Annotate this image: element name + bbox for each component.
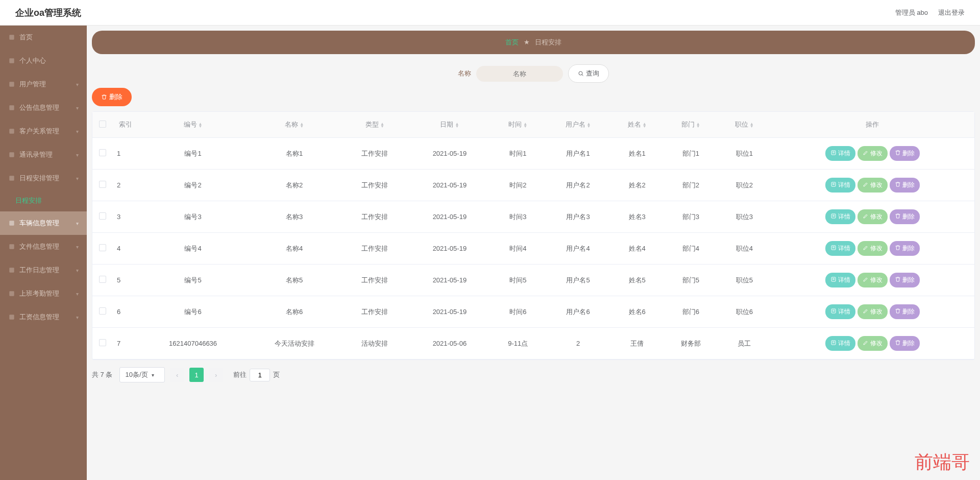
row-checkbox[interactable] [99, 244, 106, 251]
svg-rect-6 [9, 176, 14, 180]
cell-type: 活动安排 [341, 328, 408, 359]
col-header-3[interactable]: 类型▲▼ [341, 112, 408, 138]
cell-idx: 1 [113, 138, 138, 170]
sidebar-item-7[interactable]: 车辆信息管理▾ [0, 211, 87, 235]
cell-time: 9-11点 [491, 328, 545, 359]
svg-rect-9 [9, 268, 14, 272]
row-checkbox[interactable] [99, 149, 106, 156]
edit-button[interactable]: 修改 [857, 241, 888, 256]
svg-rect-5 [9, 152, 14, 157]
cell-date: 2021-05-19 [409, 296, 491, 328]
edit-button[interactable]: 修改 [857, 209, 888, 224]
sidebar-item-9[interactable]: 工作日志管理▾ [0, 258, 87, 282]
data-table: 索引编号▲▼名称▲▼类型▲▼日期▲▼时间▲▼用户名▲▼姓名▲▼部门▲▼职位▲▼操… [92, 111, 975, 360]
chevron-down-icon: ▾ [76, 268, 79, 273]
cell-idx: 4 [113, 233, 138, 265]
sidebar-item-11[interactable]: 工资信息管理▾ [0, 305, 87, 329]
edit-button[interactable]: 修改 [857, 146, 888, 161]
detail-button[interactable]: 详情 [825, 241, 855, 256]
page-next-button[interactable]: › [209, 368, 223, 382]
detail-button[interactable]: 详情 [825, 178, 855, 193]
page-size-select[interactable]: 10条/页 ▾ [119, 367, 165, 382]
svg-rect-11 [9, 315, 14, 319]
svg-rect-10 [9, 291, 14, 296]
chevron-down-icon: ▾ [76, 291, 79, 297]
logout-link[interactable]: 退出登录 [938, 8, 965, 17]
page-prev-button[interactable]: ‹ [170, 368, 184, 382]
row-checkbox[interactable] [99, 339, 106, 346]
cell-job: 职位3 [718, 201, 771, 233]
edit-button[interactable]: 修改 [857, 178, 888, 193]
row-checkbox[interactable] [99, 276, 106, 283]
delete-button[interactable]: 删除 [890, 146, 920, 161]
detail-button[interactable]: 详情 [825, 146, 855, 161]
chevron-down-icon: ▾ [76, 176, 79, 181]
sidebar-item-6[interactable]: 日程安排管理▾ [0, 166, 87, 190]
breadcrumb-home[interactable]: 首页 [505, 38, 519, 46]
breadcrumb-current: 日程安排 [535, 38, 561, 46]
sidebar-item-5[interactable]: 通讯录管理▾ [0, 143, 87, 166]
table-row: 71621407046636今天活动安排活动安排2021-05-069-11点2… [92, 328, 974, 359]
sidebar-item-2[interactable]: 用户管理▾ [0, 73, 87, 96]
col-header-6[interactable]: 用户名▲▼ [545, 112, 610, 138]
sort-icon: ▲▼ [587, 123, 591, 128]
admin-label[interactable]: 管理员 abo [895, 8, 928, 17]
detail-button[interactable]: 详情 [825, 336, 855, 351]
detail-icon [830, 150, 837, 157]
col-header-1[interactable]: 编号▲▼ [138, 112, 248, 138]
col-header-9[interactable]: 职位▲▼ [718, 112, 771, 138]
col-header-0[interactable]: 索引 [113, 112, 138, 138]
sidebar-item-3[interactable]: 公告信息管理▾ [0, 96, 87, 119]
row-checkbox[interactable] [99, 181, 106, 188]
book-icon [8, 151, 15, 158]
delete-button[interactable]: 删除 [890, 178, 920, 193]
cell-code: 编号3 [138, 201, 248, 233]
sidebar-item-10[interactable]: 上班考勤管理▾ [0, 282, 87, 305]
chevron-down-icon: ▾ [76, 82, 79, 87]
search-button[interactable]: 查询 [568, 64, 609, 83]
delete-button[interactable]: 删除 [890, 273, 920, 287]
doc-icon [8, 104, 15, 111]
calendar-icon [8, 175, 15, 182]
sidebar-item-0[interactable]: 首页 [0, 26, 87, 49]
delete-button[interactable]: 删除 [890, 209, 920, 224]
cell-time: 时间2 [491, 170, 545, 201]
svg-rect-0 [9, 35, 14, 39]
cell-type: 工作安排 [341, 265, 408, 296]
sidebar-subitem-schedule[interactable]: 日程安排 [0, 190, 87, 211]
page-number-1[interactable]: 1 [189, 368, 204, 382]
edit-button[interactable]: 修改 [857, 273, 888, 287]
row-checkbox[interactable] [99, 307, 106, 315]
detail-icon [830, 340, 837, 347]
cell-job: 职位4 [718, 233, 771, 265]
delete-icon [895, 276, 901, 284]
detail-button[interactable]: 详情 [825, 209, 855, 224]
delete-button[interactable]: 删除 [890, 241, 920, 256]
bulk-delete-button[interactable]: 删除 [92, 88, 132, 106]
detail-button[interactable]: 详情 [825, 273, 855, 287]
select-all-checkbox[interactable] [99, 121, 106, 128]
sidebar-item-8[interactable]: 文件信息管理▾ [0, 235, 87, 258]
cell-actions: 详情修改删除 [771, 328, 974, 359]
edit-button[interactable]: 修改 [857, 304, 888, 319]
cell-time: 时间4 [491, 233, 545, 265]
col-header-8[interactable]: 部门▲▼ [664, 112, 718, 138]
delete-button[interactable]: 删除 [890, 336, 920, 351]
col-header-7[interactable]: 姓名▲▼ [611, 112, 664, 138]
detail-button[interactable]: 详情 [825, 304, 855, 319]
sidebar-item-4[interactable]: 客户关系管理▾ [0, 119, 87, 143]
col-header-10[interactable]: 操作 [771, 112, 974, 138]
col-header-4[interactable]: 日期▲▼ [409, 112, 491, 138]
page-jump-input[interactable] [250, 369, 270, 381]
sort-icon: ▲▼ [455, 123, 459, 128]
search-input[interactable] [476, 66, 563, 82]
sidebar-item-label: 公告信息管理 [19, 103, 59, 112]
delete-button[interactable]: 删除 [890, 304, 920, 319]
cell-date: 2021-05-19 [409, 138, 491, 170]
cell-name: 今天活动安排 [248, 328, 341, 359]
col-header-2[interactable]: 名称▲▼ [248, 112, 341, 138]
edit-button[interactable]: 修改 [857, 336, 888, 351]
sidebar-item-1[interactable]: 个人中心 [0, 49, 87, 73]
col-header-5[interactable]: 时间▲▼ [491, 112, 545, 138]
row-checkbox[interactable] [99, 212, 106, 220]
